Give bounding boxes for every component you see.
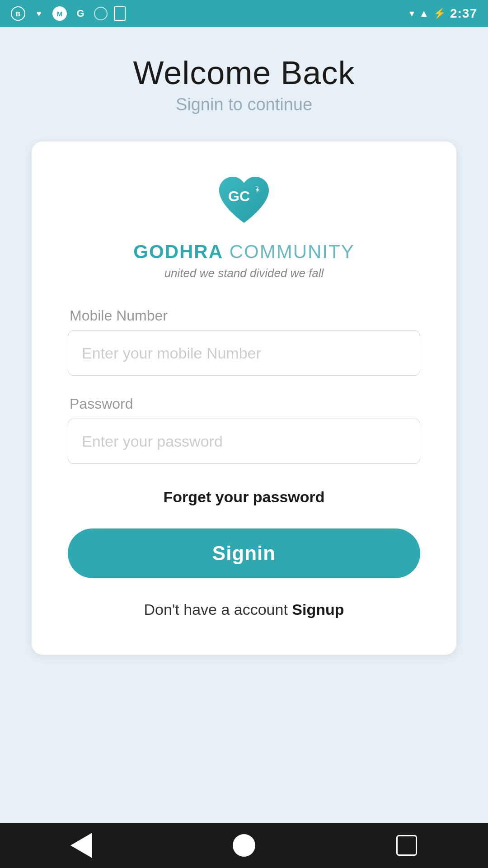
app-logo: GC ☽ ★ (215, 173, 273, 232)
password-label: Password (70, 396, 420, 412)
circle-icon (94, 7, 108, 20)
svg-text:GC: GC (228, 188, 250, 204)
bottom-nav (0, 823, 488, 868)
signup-prefix: Don't have a account (144, 601, 292, 618)
svg-text:★: ★ (255, 187, 259, 192)
brand-name: GODHRA COMMUNITY (133, 241, 354, 263)
page-title: Welcome Back (133, 54, 355, 91)
forgot-password-link[interactable]: Forget your password (68, 488, 420, 506)
home-icon (233, 834, 255, 857)
battery-icon: ⚡ (433, 8, 446, 19)
mobile-input[interactable] (68, 330, 420, 376)
brand-tagline: united we stand divided we fall (164, 266, 324, 280)
google-icon: G (73, 6, 88, 21)
status-bar: B ♥ M G ▾ ▲ ⚡ 2:37 (0, 0, 488, 27)
status-bar-right: ▾ ▲ ⚡ 2:37 (409, 6, 477, 21)
recents-button[interactable] (393, 832, 420, 859)
main-content: Welcome Back Signin to continue GC ☽ ★ (0, 27, 488, 823)
subtitle: Signin to continue (133, 95, 355, 114)
back-button[interactable] (68, 832, 95, 859)
gmail-icon: M (52, 6, 67, 21)
login-card: GC ☽ ★ GODHRA COMMUNITY united we stand … (32, 142, 456, 655)
clock: 2:37 (450, 6, 477, 21)
sdcard-icon (114, 6, 126, 21)
signup-text: Don't have a account Signup (68, 601, 420, 618)
home-button[interactable] (230, 832, 258, 859)
signin-button[interactable]: Signin (68, 528, 420, 578)
mobile-label: Mobile Number (70, 307, 420, 324)
wifi-icon: ▾ (409, 8, 414, 19)
back-icon (70, 833, 92, 858)
signal-icon: ▲ (419, 8, 429, 19)
heart-icon: ♥ (32, 6, 46, 21)
signup-link[interactable]: Signup (292, 601, 344, 618)
login-form: Mobile Number Password Forget your passw… (68, 307, 420, 618)
logo-container: GC ☽ ★ GODHRA COMMUNITY united we stand … (133, 173, 354, 280)
bytedance-icon: B (11, 6, 25, 21)
status-bar-left: B ♥ M G (11, 6, 126, 21)
recents-icon (396, 835, 417, 856)
password-input[interactable] (68, 419, 420, 464)
header: Welcome Back Signin to continue (133, 54, 355, 114)
